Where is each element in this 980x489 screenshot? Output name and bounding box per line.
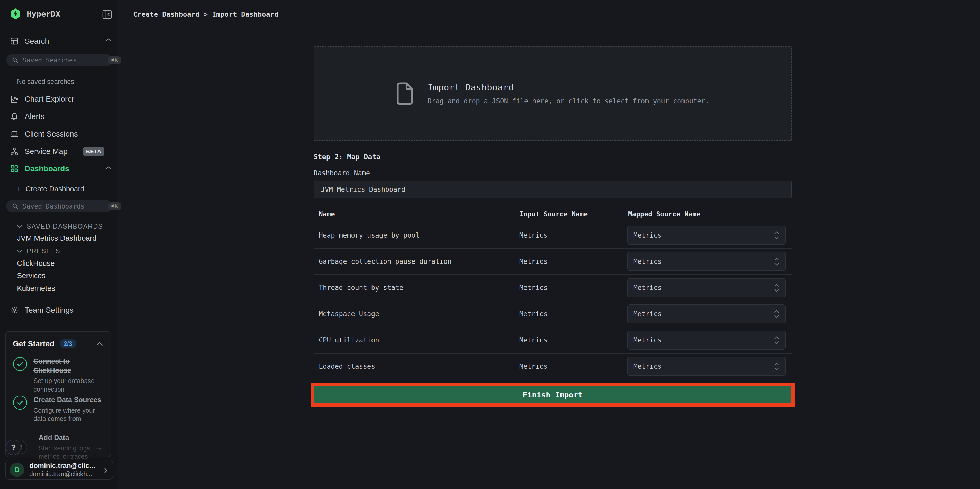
get-started-step-connect[interactable]: Connect to ClickHouse Set up your databa… xyxy=(13,357,102,393)
saved-dashboards-search[interactable]: ⌘K xyxy=(6,200,112,212)
sidebar-item-label: Client Sessions xyxy=(25,130,78,138)
chevron-up-icon[interactable] xyxy=(105,38,112,43)
row-input-source: Metrics xyxy=(519,258,547,265)
search-icon xyxy=(12,203,19,210)
topbar: Create Dashboard > Import Dashboard xyxy=(118,0,980,29)
table-layout-icon xyxy=(10,37,19,45)
table-border xyxy=(313,248,792,248)
chevron-down-icon xyxy=(16,225,22,228)
step-title: Add Data xyxy=(38,433,107,443)
breadcrumb[interactable]: Create Dashboard > Import Dashboard xyxy=(133,11,278,18)
select-value: Metrics xyxy=(633,310,662,318)
bell-icon xyxy=(10,112,19,121)
help-button[interactable]: ? xyxy=(6,440,21,455)
chevron-up-icon[interactable] xyxy=(105,166,112,171)
row-input-source: Metrics xyxy=(519,284,547,291)
select-chevrons-icon xyxy=(774,231,780,239)
brand-title: HyperDX xyxy=(27,9,60,19)
row-input-source: Metrics xyxy=(519,231,547,239)
sidebar-item-label: Dashboards xyxy=(25,164,69,173)
create-dashboard-button[interactable]: + Create Dashboard xyxy=(16,185,84,193)
avatar: D xyxy=(10,462,24,477)
get-started-step-sources[interactable]: Create Data Sources Configure where your… xyxy=(13,395,102,423)
user-menu[interactable]: D dominic.tran@clic... dominic.tran@clic… xyxy=(5,460,113,480)
step-title: Create Data Sources xyxy=(33,395,102,405)
saved-dashboards-section[interactable]: SAVED DASHBOARDS xyxy=(16,223,103,230)
mapped-source-select[interactable]: Metrics xyxy=(627,357,786,376)
column-header-mapped-source: Mapped Source Name xyxy=(628,210,700,218)
select-value: Metrics xyxy=(633,258,662,265)
saved-dashboards-input[interactable] xyxy=(22,202,104,210)
select-chevrons-icon xyxy=(774,310,780,318)
shortcut-chip: ⌘K xyxy=(108,202,121,210)
mapped-source-select[interactable]: Metrics xyxy=(627,226,786,245)
sidebar-item-client-sessions[interactable]: Client Sessions xyxy=(10,128,78,140)
chart-explorer-icon xyxy=(10,95,19,103)
step-title: Connect to ClickHouse xyxy=(33,357,102,375)
json-dropzone[interactable]: Import Dashboard Drag and drop a JSON fi… xyxy=(313,46,792,141)
saved-searches-search[interactable]: ⌘K xyxy=(6,54,112,66)
sidebar-item-clickhouse[interactable]: ClickHouse xyxy=(17,259,55,268)
sidebar-item-label: Alerts xyxy=(25,112,45,121)
select-value: Metrics xyxy=(633,284,662,291)
sidebar-item-dashboards[interactable]: Dashboards xyxy=(10,163,69,175)
sidebar-item-jvm-metrics-dashboard[interactable]: JVM Metrics Dashboard xyxy=(17,234,96,242)
select-value: Metrics xyxy=(633,363,662,370)
app-root: { "brand": { "name": "HyperDX" }, "topba… xyxy=(0,0,980,489)
sidebar-collapse-icon[interactable] xyxy=(102,10,112,20)
select-chevrons-icon xyxy=(774,363,780,371)
laptop-icon xyxy=(10,130,19,138)
mapped-source-select[interactable]: Metrics xyxy=(627,252,786,271)
get-started-title: Get Started xyxy=(13,339,54,348)
sidebar-item-services[interactable]: Services xyxy=(17,271,46,280)
dashboard-name-input[interactable] xyxy=(313,181,792,198)
section-divider xyxy=(0,177,118,177)
table-border xyxy=(313,327,792,327)
dropzone-subtitle: Drag and drop a JSON file here, or click… xyxy=(428,97,709,105)
dropzone-title: Import Dashboard xyxy=(428,82,709,92)
row-name: Metaspace Usage xyxy=(319,310,379,318)
sidebar-item-search[interactable]: Search xyxy=(10,35,49,48)
table-border xyxy=(313,353,792,354)
presets-section[interactable]: PRESETS xyxy=(16,247,60,255)
mapped-source-select[interactable]: Metrics xyxy=(627,304,786,323)
row-name: Loaded classes xyxy=(319,363,375,370)
get-started-card: Get Started 2/3 Connect to ClickHouse Se… xyxy=(5,331,111,457)
sidebar-item-chart-explorer[interactable]: Chart Explorer xyxy=(10,93,74,105)
brand-row: HyperDX xyxy=(10,7,60,21)
check-circle-icon xyxy=(13,357,27,371)
sidebar-item-label: Search xyxy=(25,37,49,46)
sidebar-item-team-settings[interactable]: Team Settings xyxy=(10,304,73,316)
sidebar-item-kubernetes[interactable]: Kubernetes xyxy=(17,284,55,293)
table-border xyxy=(313,301,792,301)
check-circle-icon xyxy=(13,395,27,410)
section-label: SAVED DASHBOARDS xyxy=(27,223,103,230)
mapped-source-select[interactable]: Metrics xyxy=(627,331,786,350)
sidebar-item-label: Service Map xyxy=(25,147,68,156)
plus-icon: + xyxy=(16,185,21,193)
progress-badge: 2/3 xyxy=(60,339,76,348)
sidebar-item-label: Chart Explorer xyxy=(25,95,74,104)
gear-icon xyxy=(10,306,19,314)
chevron-up-icon[interactable] xyxy=(96,342,103,347)
search-icon xyxy=(12,57,19,64)
dashboard-name-label: Dashboard Name xyxy=(313,169,370,177)
service-map-icon xyxy=(10,147,19,156)
sidebar-item-service-map[interactable]: Service Map BETA xyxy=(10,145,104,157)
no-saved-searches-text: No saved searches xyxy=(17,78,74,86)
table-border xyxy=(313,205,792,206)
row-input-source: Metrics xyxy=(519,336,547,344)
saved-searches-input[interactable] xyxy=(22,57,104,64)
table-border xyxy=(313,274,792,275)
sidebar-item-label: Team Settings xyxy=(25,306,73,314)
mapped-source-select[interactable]: Metrics xyxy=(627,278,786,297)
row-name: Garbage collection pause duration xyxy=(319,258,452,265)
arrow-right-icon: → xyxy=(94,442,103,452)
user-email: dominic.tran@clickh... xyxy=(29,470,95,478)
select-value: Metrics xyxy=(633,231,662,239)
row-input-source: Metrics xyxy=(519,310,547,318)
select-value: Metrics xyxy=(633,336,662,344)
finish-import-button[interactable]: Finish Import xyxy=(314,386,791,403)
sidebar-item-alerts[interactable]: Alerts xyxy=(10,111,45,123)
section-label: PRESETS xyxy=(27,247,60,255)
